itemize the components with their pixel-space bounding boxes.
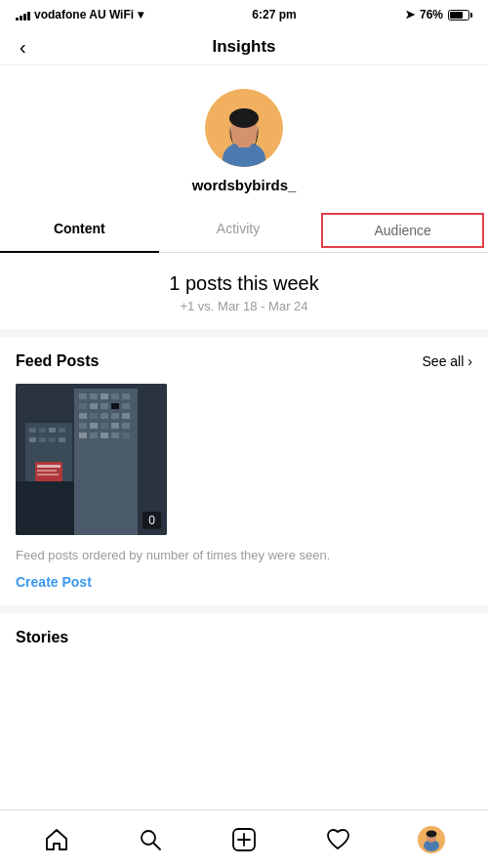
feed-header: Feed Posts See all › [16, 352, 472, 370]
svg-rect-26 [122, 423, 130, 429]
tab-activity[interactable]: Activity [159, 209, 318, 252]
svg-rect-43 [37, 470, 57, 472]
svg-rect-38 [39, 437, 46, 442]
svg-rect-14 [101, 403, 108, 409]
svg-point-4 [229, 108, 259, 128]
status-right: ➤ 76% [405, 8, 472, 21]
avatar-image [205, 89, 283, 167]
svg-rect-19 [101, 413, 108, 419]
svg-rect-6 [74, 389, 138, 535]
svg-rect-37 [29, 437, 36, 442]
nav-header: ‹ Insights [0, 29, 488, 65]
back-button[interactable]: ‹ [16, 32, 30, 62]
post-thumbnail[interactable]: 0 [16, 384, 167, 535]
nav-add-button[interactable] [223, 818, 265, 861]
svg-rect-45 [16, 481, 74, 535]
heart-icon [325, 827, 350, 852]
svg-rect-13 [90, 403, 98, 409]
svg-line-47 [154, 843, 161, 849]
avatar [205, 89, 283, 167]
stories-section: Stories [0, 605, 488, 662]
signal-icon [16, 9, 30, 21]
svg-rect-18 [90, 413, 98, 419]
nav-profile-avatar [418, 826, 445, 853]
svg-rect-11 [122, 393, 130, 399]
svg-rect-29 [101, 433, 108, 438]
svg-rect-7 [79, 393, 87, 399]
stats-main: 1 posts this week [16, 272, 472, 295]
svg-rect-10 [111, 393, 119, 399]
svg-rect-20 [111, 413, 119, 419]
create-post-button[interactable]: Create Post [16, 574, 472, 590]
battery-percent: 76% [420, 8, 443, 21]
search-icon [138, 827, 163, 852]
profile-section: wordsbybirds_ [0, 65, 488, 209]
svg-rect-40 [59, 437, 65, 442]
feed-caption: Feed posts ordered by number of times th… [16, 547, 472, 564]
svg-rect-36 [59, 428, 65, 433]
svg-point-54 [427, 830, 437, 837]
tabs: Content Activity Audience [0, 209, 488, 253]
status-bar: vodafone AU WiFi ▾ 6:27 pm ➤ 76% [0, 0, 488, 29]
stories-title: Stories [16, 629, 472, 646]
status-time: 6:27 pm [252, 8, 296, 21]
svg-rect-28 [90, 433, 98, 438]
svg-rect-33 [29, 428, 36, 433]
svg-rect-9 [101, 393, 108, 399]
post-count-badge: 0 [142, 512, 161, 529]
location-icon: ➤ [405, 8, 415, 21]
battery-icon [448, 10, 472, 21]
svg-rect-8 [90, 393, 98, 399]
wifi-icon: ▾ [138, 8, 143, 21]
nav-search-button[interactable] [129, 818, 172, 861]
nav-home-button[interactable] [35, 818, 78, 861]
svg-rect-39 [49, 437, 56, 442]
home-icon [44, 827, 69, 852]
see-all-button[interactable]: See all › [423, 353, 472, 369]
svg-rect-35 [49, 428, 56, 433]
svg-rect-31 [122, 433, 130, 438]
tab-content[interactable]: Content [0, 209, 159, 252]
svg-rect-44 [37, 474, 59, 475]
tab-audience[interactable]: Audience [321, 213, 484, 248]
svg-rect-22 [79, 423, 87, 429]
stats-section: 1 posts this week +1 vs. Mar 18 - Mar 24 [0, 253, 488, 337]
add-icon [231, 827, 257, 852]
page-title: Insights [212, 37, 275, 57]
chevron-right-icon: › [468, 353, 472, 369]
status-carrier: vodafone AU WiFi ▾ [16, 8, 143, 21]
svg-rect-17 [79, 413, 87, 419]
feed-posts-title: Feed Posts [16, 352, 99, 370]
username: wordsbybirds_ [192, 177, 297, 193]
feed-posts-section: Feed Posts See all › [0, 337, 488, 605]
svg-rect-16 [122, 403, 130, 409]
svg-rect-25 [111, 423, 119, 429]
svg-rect-23 [90, 423, 98, 429]
svg-rect-21 [122, 413, 130, 419]
bottom-nav [0, 809, 488, 868]
profile-avatar-icon [418, 826, 445, 853]
svg-rect-42 [37, 465, 61, 468]
svg-rect-30 [111, 433, 119, 438]
nav-profile-button[interactable] [410, 818, 453, 861]
svg-rect-15 [111, 403, 119, 409]
nav-heart-button[interactable] [316, 818, 359, 861]
svg-rect-27 [79, 433, 87, 438]
svg-rect-24 [101, 423, 108, 429]
stats-sub: +1 vs. Mar 18 - Mar 24 [16, 299, 472, 313]
svg-rect-34 [39, 428, 46, 433]
svg-rect-12 [79, 403, 87, 409]
